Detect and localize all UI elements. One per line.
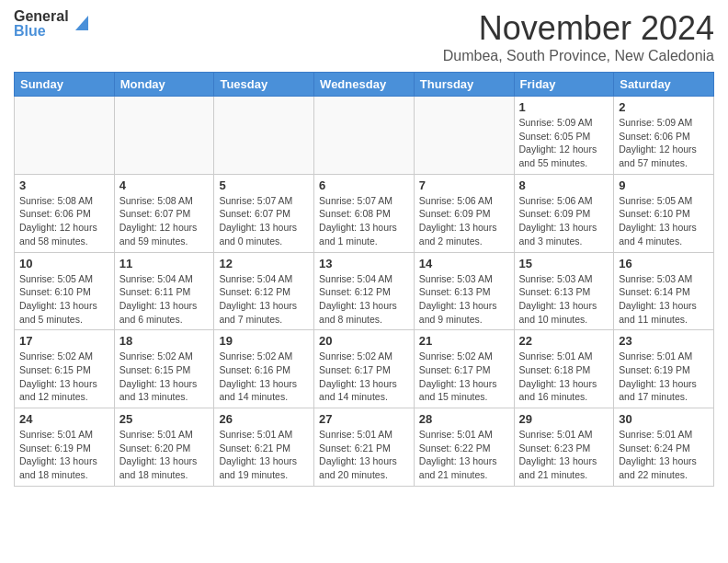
logo: General Blue [14, 9, 92, 39]
col-tuesday: Tuesday [214, 73, 314, 97]
day-info: Sunrise: 5:04 AM Sunset: 6:11 PM Dayligh… [119, 272, 210, 327]
day-info: Sunrise: 5:07 AM Sunset: 6:07 PM Dayligh… [219, 194, 309, 248]
page: General Blue November 2024 Dumbea, South… [0, 0, 728, 496]
day-info: Sunrise: 5:02 AM Sunset: 6:17 PM Dayligh… [419, 350, 509, 404]
calendar-cell: 18Sunrise: 5:02 AM Sunset: 6:15 PM Dayli… [114, 330, 214, 408]
day-info: Sunrise: 5:06 AM Sunset: 6:09 PM Dayligh… [419, 194, 509, 248]
calendar-cell: 5Sunrise: 5:07 AM Sunset: 6:07 PM Daylig… [214, 174, 314, 252]
calendar-week-1: 3Sunrise: 5:08 AM Sunset: 6:06 PM Daylig… [15, 174, 714, 252]
day-number: 17 [19, 334, 109, 348]
day-info: Sunrise: 5:01 AM Sunset: 6:22 PM Dayligh… [419, 428, 509, 482]
calendar-week-4: 24Sunrise: 5:01 AM Sunset: 6:19 PM Dayli… [15, 408, 714, 487]
day-number: 4 [119, 178, 210, 192]
day-number: 15 [519, 257, 609, 270]
logo-blue: Blue [14, 24, 69, 39]
day-info: Sunrise: 5:01 AM Sunset: 6:24 PM Dayligh… [619, 428, 709, 482]
day-number: 21 [419, 334, 509, 348]
logo-general: General [14, 9, 69, 24]
calendar-cell: 1Sunrise: 5:09 AM Sunset: 6:05 PM Daylig… [514, 97, 614, 175]
day-number: 20 [319, 334, 409, 348]
calendar-cell: 26Sunrise: 5:01 AM Sunset: 6:21 PM Dayli… [214, 408, 314, 487]
calendar-cell: 9Sunrise: 5:05 AM Sunset: 6:10 PM Daylig… [614, 174, 714, 252]
calendar-cell: 24Sunrise: 5:01 AM Sunset: 6:19 PM Dayli… [15, 408, 115, 487]
calendar-cell [214, 97, 314, 175]
day-number: 26 [219, 412, 309, 426]
day-info: Sunrise: 5:01 AM Sunset: 6:19 PM Dayligh… [619, 350, 709, 404]
calendar-cell: 28Sunrise: 5:01 AM Sunset: 6:22 PM Dayli… [414, 408, 514, 487]
day-info: Sunrise: 5:04 AM Sunset: 6:12 PM Dayligh… [319, 272, 409, 327]
logo-icon [72, 12, 92, 36]
svg-marker-0 [75, 16, 88, 30]
day-number: 18 [119, 334, 210, 348]
calendar-cell: 30Sunrise: 5:01 AM Sunset: 6:24 PM Dayli… [614, 408, 714, 487]
day-info: Sunrise: 5:08 AM Sunset: 6:07 PM Dayligh… [119, 194, 210, 248]
calendar-cell [314, 97, 415, 175]
calendar-cell: 13Sunrise: 5:04 AM Sunset: 6:12 PM Dayli… [314, 252, 415, 330]
day-number: 13 [319, 257, 409, 270]
day-number: 3 [19, 178, 109, 192]
calendar-cell: 15Sunrise: 5:03 AM Sunset: 6:13 PM Dayli… [514, 252, 614, 330]
day-info: Sunrise: 5:02 AM Sunset: 6:15 PM Dayligh… [119, 350, 210, 404]
calendar-cell: 29Sunrise: 5:01 AM Sunset: 6:23 PM Dayli… [514, 408, 614, 487]
calendar-cell [114, 97, 214, 175]
day-info: Sunrise: 5:02 AM Sunset: 6:17 PM Dayligh… [319, 350, 409, 404]
day-number: 16 [619, 257, 709, 270]
day-info: Sunrise: 5:03 AM Sunset: 6:14 PM Dayligh… [619, 272, 709, 327]
calendar-cell: 6Sunrise: 5:07 AM Sunset: 6:08 PM Daylig… [314, 174, 415, 252]
day-number: 14 [419, 257, 509, 270]
calendar-cell: 3Sunrise: 5:08 AM Sunset: 6:06 PM Daylig… [15, 174, 115, 252]
logo-text: General Blue [14, 9, 69, 39]
day-info: Sunrise: 5:03 AM Sunset: 6:13 PM Dayligh… [519, 272, 609, 327]
calendar-cell [414, 97, 514, 175]
calendar-cell: 23Sunrise: 5:01 AM Sunset: 6:19 PM Dayli… [614, 330, 714, 408]
day-number: 1 [519, 100, 609, 114]
calendar-cell: 27Sunrise: 5:01 AM Sunset: 6:21 PM Dayli… [314, 408, 415, 487]
calendar-cell [15, 97, 115, 175]
day-info: Sunrise: 5:09 AM Sunset: 6:05 PM Dayligh… [519, 116, 609, 170]
calendar-cell: 14Sunrise: 5:03 AM Sunset: 6:13 PM Dayli… [414, 252, 514, 330]
day-info: Sunrise: 5:01 AM Sunset: 6:21 PM Dayligh… [219, 428, 309, 482]
day-number: 10 [19, 257, 109, 270]
calendar-cell: 12Sunrise: 5:04 AM Sunset: 6:12 PM Dayli… [214, 252, 314, 330]
calendar-cell: 4Sunrise: 5:08 AM Sunset: 6:07 PM Daylig… [114, 174, 214, 252]
day-number: 9 [619, 178, 709, 192]
calendar-week-2: 10Sunrise: 5:05 AM Sunset: 6:10 PM Dayli… [15, 252, 714, 330]
day-number: 5 [219, 178, 309, 192]
calendar-cell: 7Sunrise: 5:06 AM Sunset: 6:09 PM Daylig… [414, 174, 514, 252]
calendar-cell: 21Sunrise: 5:02 AM Sunset: 6:17 PM Dayli… [414, 330, 514, 408]
day-info: Sunrise: 5:01 AM Sunset: 6:19 PM Dayligh… [19, 428, 109, 482]
day-number: 30 [619, 412, 709, 426]
day-number: 27 [319, 412, 409, 426]
day-info: Sunrise: 5:08 AM Sunset: 6:06 PM Dayligh… [19, 194, 109, 248]
calendar-cell: 2Sunrise: 5:09 AM Sunset: 6:06 PM Daylig… [614, 97, 714, 175]
calendar-cell: 8Sunrise: 5:06 AM Sunset: 6:09 PM Daylig… [514, 174, 614, 252]
day-info: Sunrise: 5:01 AM Sunset: 6:23 PM Dayligh… [519, 428, 609, 482]
day-info: Sunrise: 5:02 AM Sunset: 6:15 PM Dayligh… [19, 350, 109, 404]
day-number: 6 [319, 178, 409, 192]
col-sunday: Sunday [15, 73, 115, 97]
day-info: Sunrise: 5:05 AM Sunset: 6:10 PM Dayligh… [19, 272, 109, 327]
day-info: Sunrise: 5:01 AM Sunset: 6:18 PM Dayligh… [519, 350, 609, 404]
calendar-cell: 25Sunrise: 5:01 AM Sunset: 6:20 PM Dayli… [114, 408, 214, 487]
day-info: Sunrise: 5:09 AM Sunset: 6:06 PM Dayligh… [619, 116, 709, 170]
col-friday: Friday [514, 73, 614, 97]
header: General Blue November 2024 Dumbea, South… [14, 9, 714, 64]
day-number: 22 [519, 334, 609, 348]
day-info: Sunrise: 5:01 AM Sunset: 6:20 PM Dayligh… [119, 428, 210, 482]
day-info: Sunrise: 5:05 AM Sunset: 6:10 PM Dayligh… [619, 194, 709, 248]
col-thursday: Thursday [414, 73, 514, 97]
day-info: Sunrise: 5:03 AM Sunset: 6:13 PM Dayligh… [419, 272, 509, 327]
calendar-cell: 20Sunrise: 5:02 AM Sunset: 6:17 PM Dayli… [314, 330, 415, 408]
calendar-table: Sunday Monday Tuesday Wednesday Thursday… [14, 72, 714, 487]
location: Dumbea, South Province, New Caledonia [443, 48, 714, 64]
day-info: Sunrise: 5:07 AM Sunset: 6:08 PM Dayligh… [319, 194, 409, 248]
calendar-header-row: Sunday Monday Tuesday Wednesday Thursday… [15, 73, 714, 97]
day-number: 28 [419, 412, 509, 426]
col-monday: Monday [114, 73, 214, 97]
calendar-week-0: 1Sunrise: 5:09 AM Sunset: 6:05 PM Daylig… [15, 97, 714, 175]
day-number: 24 [19, 412, 109, 426]
col-saturday: Saturday [614, 73, 714, 97]
day-number: 19 [219, 334, 309, 348]
day-number: 2 [619, 100, 709, 114]
day-info: Sunrise: 5:04 AM Sunset: 6:12 PM Dayligh… [219, 272, 309, 327]
